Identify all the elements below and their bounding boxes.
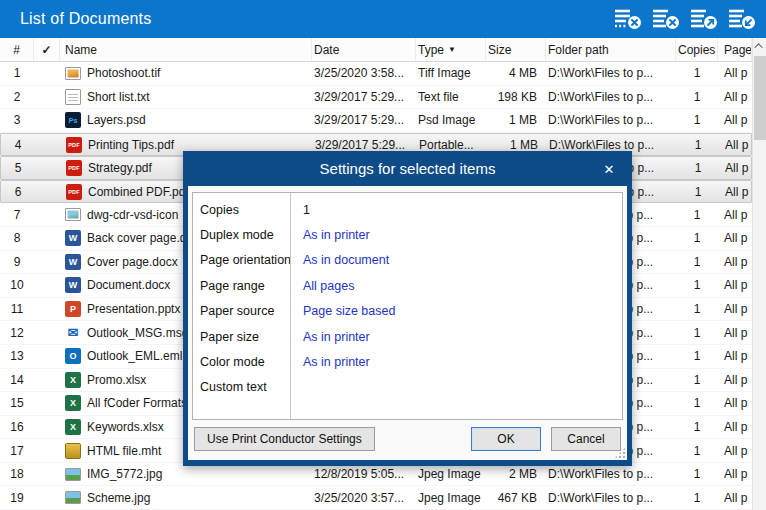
file-name: Layers.psd — [87, 113, 146, 127]
word-file-icon: W — [65, 277, 81, 293]
jpg-file-icon — [65, 468, 81, 481]
table-row[interactable]: 2 Short list.txt 3/29/2017 5:29... Text … — [0, 86, 752, 110]
scroll-up-arrow-icon[interactable] — [753, 38, 766, 54]
settings-dialog: Settings for selected items ✕ Copies 1 D… — [183, 151, 632, 466]
file-name: All fCoder Formats — [87, 396, 187, 410]
column-header-type[interactable]: Type ▼ — [416, 38, 486, 61]
setting-value[interactable]: All pages — [290, 279, 354, 293]
setting-value[interactable]: As in document — [290, 253, 389, 267]
xls-file-icon: X — [65, 419, 81, 435]
dialog-buttons: Use Print Conductor Settings OK Cancel — [192, 427, 623, 451]
column-header-pages[interactable]: Page — [718, 38, 752, 61]
msg-file-icon: ✉ — [65, 325, 81, 341]
setting-label: Paper size — [193, 330, 290, 344]
setting-label: Duplex mode — [193, 228, 290, 242]
file-name: Cover page.docx — [87, 255, 178, 269]
column-header-check[interactable]: ✓ — [34, 38, 60, 61]
setting-row: Paper size As in printer — [193, 324, 622, 349]
word-file-icon: W — [65, 254, 81, 270]
pdf-file-icon: PDF — [66, 160, 82, 176]
setting-row: Custom text — [193, 375, 622, 400]
column-header-number[interactable]: # — [0, 38, 34, 61]
setting-value[interactable]: As in printer — [290, 355, 370, 369]
column-header-folder[interactable]: Folder path — [546, 38, 676, 61]
dialog-titlebar[interactable]: Settings for selected items ✕ — [188, 151, 627, 186]
dialog-content: Copies 1 Duplex mode As in printer Page … — [188, 186, 627, 460]
file-name: Keywords.xlsx — [87, 420, 164, 434]
cancel-button[interactable]: Cancel — [551, 427, 621, 451]
ppt-file-icon: P — [65, 301, 81, 317]
setting-label: Custom text — [193, 380, 290, 394]
ok-button[interactable]: OK — [471, 427, 541, 451]
setting-value[interactable]: 1 — [290, 203, 310, 217]
page-title: List of Documents — [20, 10, 151, 28]
column-header-date[interactable]: Date — [312, 38, 416, 61]
scrollbar-thumb[interactable] — [754, 56, 766, 140]
table-row[interactable]: 19 Scheme.jpg 3/25/2020 3:57... Jpeg Ima… — [0, 486, 752, 510]
sort-descending-icon: ▼ — [448, 45, 456, 54]
column-header-copies[interactable]: Copies — [676, 38, 718, 61]
file-name: Combined PDF.pdf — [88, 185, 189, 199]
column-header-name[interactable]: Name — [60, 38, 312, 61]
settings-panel: Copies 1 Duplex mode As in printer Page … — [192, 192, 623, 420]
file-name: IMG_5772.jpg — [87, 467, 162, 481]
table-row[interactable]: 18 IMG_5772.jpg 12/8/2019 5:05... Jpeg I… — [0, 463, 752, 487]
setting-label: Page range — [193, 279, 290, 293]
setting-row: Page orientation As in document — [193, 248, 622, 273]
export-list-icon[interactable] — [688, 5, 720, 33]
jpg-file-icon — [65, 491, 81, 504]
pdf-file-icon: PDF — [66, 184, 82, 200]
xls-file-icon: X — [65, 395, 81, 411]
setting-value[interactable]: Page size based — [290, 304, 395, 318]
setting-row: Duplex mode As in printer — [193, 222, 622, 247]
setting-row: Paper source Page size based — [193, 299, 622, 324]
setting-label: Copies — [193, 203, 290, 217]
dialog-title: Settings for selected items — [320, 160, 496, 177]
file-name: Outlook_EML.eml — [87, 349, 182, 363]
tif-file-icon — [65, 67, 81, 80]
column-divider — [290, 193, 291, 419]
setting-value[interactable]: As in printer — [290, 330, 370, 344]
mht-file-icon — [65, 443, 81, 459]
xls-file-icon: X — [65, 372, 81, 388]
word-file-icon: W — [65, 230, 81, 246]
setting-row: Color mode As in printer — [193, 349, 622, 374]
close-icon[interactable]: ✕ — [599, 159, 619, 179]
import-list-icon[interactable] — [726, 5, 758, 33]
setting-label: Page orientation — [193, 253, 290, 267]
pdf-file-icon: PDF — [66, 137, 82, 153]
file-name: Scheme.jpg — [87, 491, 150, 505]
use-print-conductor-settings-button[interactable]: Use Print Conductor Settings — [194, 427, 375, 451]
table-scrollbar[interactable] — [752, 38, 766, 510]
psd-file-icon: Ps — [65, 112, 81, 128]
outlook-file-icon: O — [65, 348, 81, 364]
file-name: Promo.xlsx — [87, 373, 146, 387]
setting-row: Copies 1 — [193, 197, 622, 222]
txt-file-icon — [65, 89, 81, 105]
setting-row: Page range All pages — [193, 273, 622, 298]
file-name: Photoshoot.tif — [87, 66, 160, 80]
file-name: dwg-cdr-vsd-icon — [87, 208, 178, 222]
img-file-icon — [65, 208, 81, 221]
table-row[interactable]: 1 Photoshoot.tif 3/25/2020 3:58... Tiff … — [0, 62, 752, 86]
setting-label: Paper source — [193, 304, 290, 318]
titlebar: List of Documents — [0, 0, 766, 38]
table-header-row: # ✓ Name Date Type ▼ Size Folder path Co… — [0, 38, 752, 62]
document-list-window: List of Documents — [0, 0, 766, 510]
file-name: Printing Tips.pdf — [88, 138, 174, 152]
remove-printed-documents-icon[interactable] — [612, 5, 644, 33]
file-name: Outlook_MSG.msg — [87, 326, 188, 340]
file-name: Document.docx — [87, 278, 170, 292]
setting-label: Color mode — [193, 355, 290, 369]
file-name: Presentation.pptx — [87, 302, 180, 316]
titlebar-toolbar — [612, 0, 758, 38]
setting-value[interactable]: As in printer — [290, 228, 370, 242]
table-row[interactable]: 3 Ps Layers.psd 3/29/2017 5:29... Psd Im… — [0, 109, 752, 133]
file-name: HTML file.mht — [87, 444, 161, 458]
clear-list-icon[interactable] — [650, 5, 682, 33]
file-name: Strategy.pdf — [88, 161, 152, 175]
column-header-size[interactable]: Size — [486, 38, 546, 61]
file-name: Short list.txt — [87, 90, 150, 104]
